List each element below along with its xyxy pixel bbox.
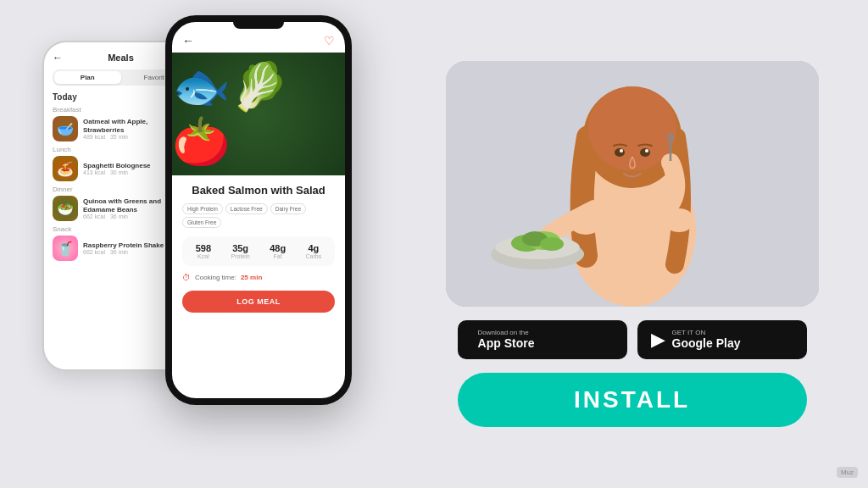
meal-image-spaghetti: 🍝 <box>53 156 78 181</box>
meal-image-oatmeal: 🥣 <box>53 116 78 141</box>
google-play-small-text: GET IT ON <box>672 330 741 336</box>
svg-point-20 <box>569 209 603 235</box>
diet-tags: High Protein Lactose Free Dairy Free Glu… <box>182 203 335 228</box>
tag-gluten-free: Gluten Free <box>182 217 221 228</box>
carbs-value: 4g <box>306 243 322 253</box>
cooking-time-row: ⏱ Cooking time: 25 min <box>182 273 335 282</box>
tag-lactose-free: Lactose Free <box>225 203 268 214</box>
tag-high-protein: High Protein <box>182 203 223 214</box>
watermark: Muz <box>837 467 858 478</box>
svg-point-8 <box>620 149 623 152</box>
phone-front: ← ♡ 🐟🥬🍅 Baked Salmon with Salad High Pro… <box>165 15 352 405</box>
google-play-large-text: Google Play <box>672 336 741 351</box>
google-play-icon: ▶ <box>651 329 665 351</box>
kcal-label: Kcal <box>196 253 211 259</box>
woman-illustration <box>446 61 819 307</box>
app-store-button[interactable]: Download on the App Store <box>458 320 627 359</box>
install-button-label: INSTALL <box>574 386 690 413</box>
app-store-large-text: App Store <box>478 336 535 351</box>
phone-notch <box>233 22 284 29</box>
tab-plan[interactable]: Plan <box>54 71 121 84</box>
meal-image-shake: 🥤 <box>53 236 78 261</box>
app-store-small-text: Download on the <box>478 330 535 336</box>
meal-meta-shake: 662 kcal 36 min <box>83 249 164 255</box>
meals-title: Meals <box>108 53 134 63</box>
meal-info-shake: Raspberry Protein Shake 662 kcal 36 min <box>83 241 164 256</box>
nutrition-row: 598 Kcal 35g Protein 48g Fat 4g Carbs <box>182 236 335 266</box>
meal-name-shake: Raspberry Protein Shake <box>83 241 164 250</box>
cooking-time-label: Cooking time: <box>195 274 236 281</box>
meal-meta-spaghetti: 413 kcal 30 min <box>83 169 151 175</box>
meal-name-spaghetti: Spaghetti Bolognese <box>83 162 151 170</box>
kcal-value: 598 <box>196 243 211 253</box>
install-button[interactable]: INSTALL <box>458 373 807 427</box>
meal-image-quinoa: 🥗 <box>53 196 78 221</box>
right-section: Download on the App Store ▶ GET IT ON Go… <box>430 61 834 427</box>
svg-point-7 <box>640 148 650 157</box>
log-meal-button[interactable]: LOG MEAL <box>182 291 335 313</box>
nutrition-fat: 48g Fat <box>270 243 286 259</box>
photo-card <box>446 61 819 307</box>
nutrition-kcal: 598 Kcal <box>196 243 211 259</box>
detail-content: Baked Salmon with Salad High Protein Lac… <box>172 175 345 321</box>
nutrition-carbs: 4g Carbs <box>306 243 322 259</box>
food-image: 🐟🥬🍅 <box>172 53 345 175</box>
nutrition-protein: 35g Protein <box>231 243 250 259</box>
timer-icon: ⏱ <box>182 273 191 282</box>
store-buttons: Download on the App Store ▶ GET IT ON Go… <box>458 320 807 359</box>
detail-back-icon[interactable]: ← <box>182 34 194 47</box>
svg-point-21 <box>664 208 694 232</box>
food-emoji: 🐟🥬🍅 <box>172 59 345 169</box>
svg-point-6 <box>615 148 625 157</box>
tag-dairy-free: Dairy Free <box>270 203 306 214</box>
app-store-text: Download on the App Store <box>478 330 535 351</box>
google-play-button[interactable]: ▶ GET IT ON Google Play <box>637 320 807 359</box>
woman-svg <box>446 61 819 307</box>
svg-point-19 <box>540 237 564 251</box>
meal-info-spaghetti: Spaghetti Bolognese 413 kcal 30 min <box>83 162 151 176</box>
phones-section: ← Meals Plan Favorit Today Breakfast 🥣 O… <box>34 15 430 473</box>
svg-point-9 <box>645 149 648 152</box>
protein-value: 35g <box>231 243 250 253</box>
detail-header: ← ♡ <box>172 29 345 53</box>
favorite-heart-icon[interactable]: ♡ <box>324 34 335 47</box>
fat-label: Fat <box>270 253 286 259</box>
protein-label: Protein <box>231 253 250 259</box>
fat-value: 48g <box>270 243 286 253</box>
cooking-time-value: 25 min <box>241 274 262 281</box>
back-arrow-icon[interactable]: ← <box>53 52 63 64</box>
google-play-text: GET IT ON Google Play <box>672 330 741 351</box>
carbs-label: Carbs <box>306 253 322 259</box>
dish-title: Baked Salmon with Salad <box>182 184 335 197</box>
main-container: ← Meals Plan Favorit Today Breakfast 🥣 O… <box>0 0 868 488</box>
